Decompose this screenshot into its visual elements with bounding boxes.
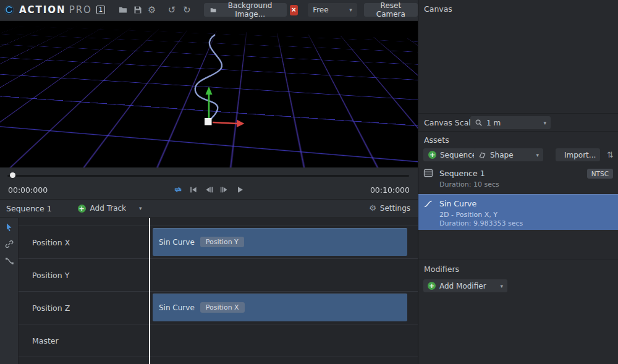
reset-camera-label: Reset Camera [370,1,412,19]
timeline-clip[interactable]: Sin Curve Position Y [153,228,407,256]
reset-camera-button[interactable]: Reset Camera [364,3,418,17]
chevron-down-icon: ▾ [543,120,546,126]
divider [418,260,618,260]
asset-item-sin-curve[interactable]: Sin Curve 2D - Position X, Y Duration: 9… [418,194,618,230]
close-icon: × [292,6,296,14]
chevron-down-icon: ▾ [349,7,352,13]
transport-row: 00:00:000 [0,182,418,199]
app-logo-icon [4,4,14,16]
asset-subtitle: 2D - Position X, Y [439,211,497,219]
track-row-position-z[interactable]: Position Z Sin Curve Position X [19,292,418,324]
action-pro-app: ACTION PRO 1 ⚙ ↺ ↻ Background Image... ×… [0,0,618,364]
add-track-label: Add Track [90,204,126,213]
divider [418,113,618,114]
assets-section-label: Assets [424,135,449,145]
chevron-down-icon: ▾ [500,283,503,289]
app-title: ACTION PRO 1 [19,4,105,15]
viewport-3d[interactable] [0,21,418,167]
gizmo-y-axis-handle[interactable] [206,87,213,120]
timeline-clip[interactable]: Sin Curve Position X [153,294,407,321]
sort-icon[interactable]: ⇅ [607,150,614,159]
plus-icon: + [428,282,436,290]
magnifier-icon [475,119,483,127]
right-panel: Canvas Canvas Scale: 1 m ▾ Assets + Sequ… [418,0,618,364]
add-sequence-button[interactable]: + Sequence [423,148,481,161]
ruler-spacer [19,218,418,226]
track-row-position-x[interactable]: Position X Sin Curve Position Y [19,226,418,259]
background-image-button[interactable]: Background Image... [204,3,287,17]
camera-mode-select[interactable]: Free ▾ [308,3,357,17]
add-modifier-button[interactable]: + Add Modifier ▾ [423,279,507,292]
canvas-section-label: Canvas [424,4,452,14]
play-button[interactable] [234,184,245,195]
scrubber-track[interactable] [7,175,409,177]
link-tool-icon[interactable] [4,239,15,250]
plus-icon: + [78,205,86,213]
canvas-scale-value: 1 m [486,119,501,127]
import-label: Import... [564,151,596,159]
asset-name: Sin Curve [439,199,476,208]
save-icon[interactable] [133,4,142,15]
skip-to-start-button[interactable] [188,184,199,195]
settings-button[interactable]: ⚙ Settings [369,203,410,214]
folder-icon [210,7,216,14]
clip-link-badge: Position Y [200,237,244,247]
scrubber-handle[interactable] [10,172,15,178]
tracks-header: Sequence 1 + Add Track ▾ ⚙ Settings [0,199,418,218]
ntsc-badge: NTSC [587,169,613,179]
loop-button[interactable] [172,184,184,195]
end-time: 00:10:000 [370,185,410,195]
asset-name: Sequence 1 [439,169,485,178]
sequence-icon [423,169,433,177]
gear-icon[interactable]: ⚙ [148,4,156,15]
modifiers-section-label: Modifiers [424,265,459,274]
add-modifier-label: Add Modifier [439,282,486,290]
asset-item-sequence-1[interactable]: Sequence 1 NTSC Duration: 10 secs [418,165,618,193]
undo-icon[interactable]: ↺ [167,4,176,15]
shape-label: Shape [490,151,514,159]
asset-duration: Duration: 9.983353 secs [439,219,523,227]
version-badge: 1 [96,6,105,14]
track-name: Position Y [19,271,69,280]
app-title-secondary: PRO [69,4,92,15]
curve-tool-icon[interactable] [4,255,15,266]
select-tool-icon[interactable] [4,222,15,233]
clip-link-badge: Position X [200,302,245,313]
gizmo-x-axis-handle[interactable] [213,120,245,128]
chevron-down-icon: ▾ [536,152,539,158]
redo-icon[interactable]: ↻ [182,4,191,15]
next-frame-button[interactable] [219,184,230,195]
chevron-down-icon[interactable]: ▾ [139,205,142,211]
track-name: Master [19,336,59,345]
track-row-position-y[interactable]: Position Y [19,259,418,292]
divider [418,131,618,132]
track-name: Position Z [19,303,70,313]
plus-icon: + [428,151,436,159]
add-track-button[interactable]: + Add Track ▾ [78,204,142,213]
shape-icon [478,151,486,159]
clear-background-button[interactable]: × [290,5,298,15]
shape-select[interactable]: Shape ▾ [474,148,543,161]
transport-controls [172,184,245,195]
top-toolbar: ACTION PRO 1 ⚙ ↺ ↻ Background Image... ×… [0,0,418,20]
app-title-primary: ACTION [19,4,66,15]
playhead[interactable] [149,218,150,364]
sequence-tab[interactable]: Sequence 1 [6,204,52,213]
canvas-scale-select[interactable]: 1 m ▾ [470,116,551,129]
import-button[interactable]: Import... [556,148,600,161]
clip-label: Sin Curve [159,238,195,247]
current-time: 00:00:000 [8,185,48,195]
track-row-master[interactable]: Master [19,324,418,357]
gear-icon: ⚙ [369,203,376,214]
camera-mode-value: Free [313,6,328,14]
gizmo-origin-handle[interactable] [205,118,212,125]
open-folder-icon[interactable] [119,4,127,15]
settings-label: Settings [380,204,410,213]
track-rows: Position X Sin Curve Position Y Position… [19,218,418,364]
add-sequence-label: Sequence [440,151,476,159]
background-image-label: Background Image... [220,1,281,19]
tool-strip [0,218,19,364]
clip-label: Sin Curve [159,303,195,312]
track-name: Position X [19,238,70,247]
previous-frame-button[interactable] [203,184,214,195]
